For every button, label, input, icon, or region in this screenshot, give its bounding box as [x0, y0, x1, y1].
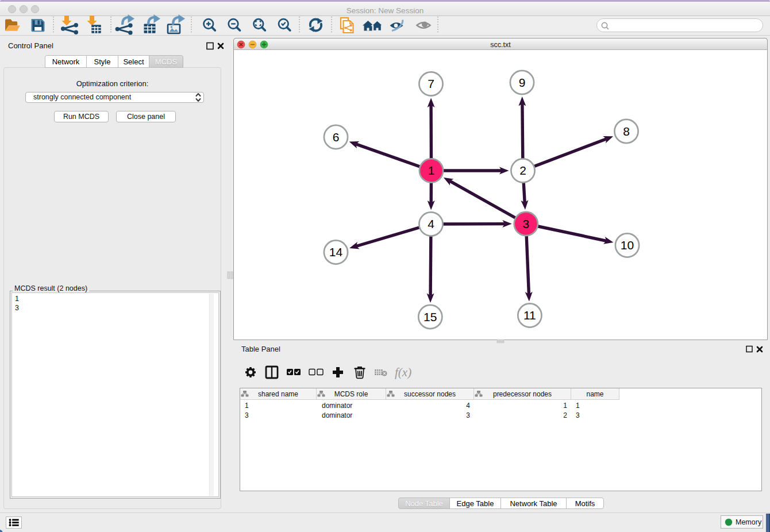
svg-text:15: 15 [424, 310, 437, 323]
svg-text:10: 10 [621, 238, 634, 252]
svg-text:4: 4 [428, 217, 434, 230]
svg-text:14: 14 [329, 245, 343, 259]
svg-text:11: 11 [523, 309, 536, 322]
svg-text:8: 8 [623, 125, 630, 138]
svg-text:1: 1 [428, 164, 435, 177]
svg-text:2: 2 [519, 164, 526, 177]
svg-text:9: 9 [519, 76, 526, 89]
svg-text:7: 7 [428, 77, 434, 90]
svg-text:3: 3 [522, 217, 529, 230]
svg-text:6: 6 [333, 130, 340, 144]
svg-text:f(x): f(x) [395, 365, 411, 379]
